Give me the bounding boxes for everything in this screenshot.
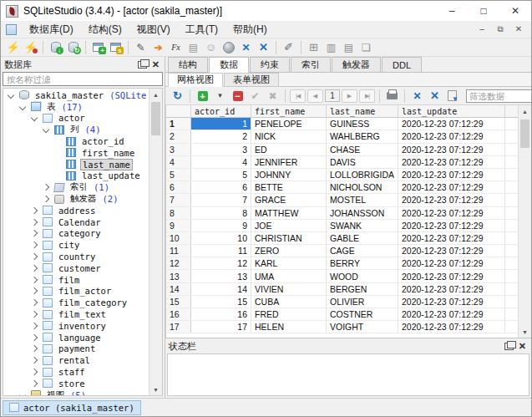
- chevron-down-icon[interactable]: [19, 103, 26, 109]
- chevron-right-icon[interactable]: [31, 207, 38, 214]
- cell[interactable]: GUINESS: [327, 118, 398, 130]
- rollback-button[interactable]: [264, 88, 281, 104]
- maximize-button[interactable]: □: [468, 1, 499, 21]
- chevron-right-icon[interactable]: [31, 242, 38, 248]
- tree-item-rental[interactable]: rental: [3, 354, 149, 366]
- cell[interactable]: 2020-12-23 07:12:29: [398, 245, 505, 257]
- add-row-button[interactable]: +: [194, 88, 211, 104]
- cell[interactable]: MATTHEW: [251, 207, 327, 219]
- mdi-close-button[interactable]: ✕: [509, 24, 528, 34]
- cell[interactable]: CHASE: [327, 144, 398, 155]
- tree-item-actor_id[interactable]: actor_id: [3, 135, 149, 147]
- grid-scrollbar[interactable]: ▲ ▼: [518, 105, 531, 338]
- row-number[interactable]: 11: [166, 245, 191, 257]
- chevron-right-icon[interactable]: [31, 369, 38, 375]
- restore-window-button[interactable]: [107, 39, 124, 56]
- subtab-表单视图[interactable]: 表单视图: [224, 73, 279, 86]
- column-header-last_update[interactable]: last_update: [398, 105, 505, 117]
- float-panel-icon[interactable]: [504, 343, 514, 350]
- tree-item-address[interactable]: address: [3, 205, 149, 216]
- cell[interactable]: 2020-12-23 07:12:29: [398, 296, 505, 308]
- report-button[interactable]: [202, 39, 220, 56]
- row-number[interactable]: 12: [166, 257, 191, 269]
- row-number[interactable]: 7: [166, 194, 191, 206]
- scroll-thumb[interactable]: [520, 120, 529, 148]
- cell[interactable]: PENELOPE: [251, 118, 327, 130]
- row-number[interactable]: 1: [166, 118, 191, 130]
- tree-item-city[interactable]: city: [3, 239, 149, 251]
- tree-item-film_text[interactable]: film_text: [3, 308, 149, 320]
- cell[interactable]: 4: [191, 156, 251, 168]
- mdi-tabs-button[interactable]: [322, 39, 340, 56]
- menu-item-0[interactable]: 数据库(D): [22, 21, 81, 38]
- cell[interactable]: 10: [191, 232, 251, 244]
- tab-DDL[interactable]: DDL: [382, 57, 422, 72]
- cell[interactable]: ED: [251, 144, 327, 155]
- close-panel-icon[interactable]: ✕: [152, 59, 160, 70]
- cell[interactable]: 2020-12-23 07:12:29: [398, 130, 505, 142]
- menu-item-3[interactable]: 工具(T): [178, 21, 225, 38]
- close-panel-icon[interactable]: ✕: [519, 341, 526, 352]
- mdi-stack-button[interactable]: [340, 39, 357, 56]
- cell[interactable]: 13: [191, 270, 251, 282]
- scroll-up-icon[interactable]: ▲: [519, 105, 531, 117]
- tree-filter-input[interactable]: [3, 72, 163, 86]
- tree-item-表[interactable]: 表(17): [3, 101, 149, 113]
- column-header-last_name[interactable]: last_name: [327, 105, 398, 117]
- chevron-right-icon[interactable]: [31, 287, 38, 294]
- cell[interactable]: 16: [191, 308, 251, 320]
- row-number[interactable]: 5: [166, 169, 191, 181]
- menu-item-4[interactable]: 帮助(H): [225, 21, 275, 38]
- cell[interactable]: 2020-12-23 07:12:29: [398, 181, 505, 193]
- chevron-down-icon[interactable]: [31, 114, 38, 121]
- cell[interactable]: GRACE: [251, 194, 327, 206]
- row-number[interactable]: 2: [166, 130, 191, 142]
- cell[interactable]: JOHANSSON: [327, 207, 398, 219]
- tree-item-film_category[interactable]: film_category: [3, 297, 149, 308]
- row-number[interactable]: 3: [166, 144, 191, 155]
- scroll-up-icon[interactable]: ▲: [149, 89, 162, 100]
- cell[interactable]: 2020-12-23 07:12:29: [398, 232, 505, 244]
- cell[interactable]: 15: [191, 296, 251, 308]
- menu-item-2[interactable]: 视图(V): [129, 21, 178, 38]
- convert-database-button[interactable]: [64, 39, 82, 56]
- data-filter-input[interactable]: [466, 89, 532, 103]
- cell[interactable]: 2020-12-23 07:12:29: [398, 321, 505, 333]
- chevron-right-icon[interactable]: [31, 299, 38, 306]
- caret-button[interactable]: [211, 88, 229, 104]
- cell[interactable]: 2020-12-23 07:12:29: [398, 118, 505, 130]
- taskbar-window-tab[interactable]: actor (sakila_master): [3, 400, 141, 415]
- cell[interactable]: 2020-12-23 07:12:29: [398, 169, 505, 181]
- cell[interactable]: 7: [191, 194, 251, 206]
- chevron-right-icon[interactable]: [43, 196, 49, 202]
- row-number[interactable]: 8: [166, 207, 191, 219]
- chevron-down-icon[interactable]: [19, 391, 26, 395]
- cell[interactable]: 8: [191, 207, 251, 219]
- cell[interactable]: WAHLBERG: [327, 130, 398, 142]
- tree-item-触发器[interactable]: 触发器(2): [3, 193, 149, 205]
- website-button[interactable]: [220, 39, 237, 56]
- row-number[interactable]: 16: [166, 308, 191, 320]
- cell[interactable]: 17: [191, 321, 251, 333]
- cell[interactable]: 6: [191, 181, 251, 193]
- subtab-网格视图[interactable]: 网格视图: [168, 73, 223, 87]
- tree-item-inventory[interactable]: inventory: [3, 320, 149, 332]
- cell[interactable]: 1: [191, 118, 251, 130]
- column-header-actor_id[interactable]: actor_id: [191, 105, 251, 117]
- tree-item-payment[interactable]: payment: [3, 343, 149, 355]
- fit-window-button[interactable]: [408, 88, 426, 104]
- cell[interactable]: COSTNER: [327, 308, 398, 320]
- new-window-button[interactable]: [89, 39, 107, 56]
- tree-item-Calendar[interactable]: Calendar: [3, 216, 149, 228]
- chevron-right-icon[interactable]: [31, 345, 38, 352]
- tree-item-sakila_master[interactable]: sakila_master(SQLite 3): [3, 89, 149, 101]
- cell[interactable]: 2: [191, 130, 251, 142]
- tree-item-last_update[interactable]: last_update: [3, 170, 149, 182]
- cell[interactable]: FRED: [251, 308, 327, 320]
- refresh-button[interactable]: [169, 88, 186, 104]
- page-number-box[interactable]: 1: [325, 89, 340, 102]
- scroll-down-icon[interactable]: ▼: [149, 384, 162, 395]
- cell[interactable]: MOSTEL: [327, 194, 398, 206]
- filter-sheet-button[interactable]: [443, 88, 461, 104]
- tree-item-customer[interactable]: customer: [3, 262, 149, 274]
